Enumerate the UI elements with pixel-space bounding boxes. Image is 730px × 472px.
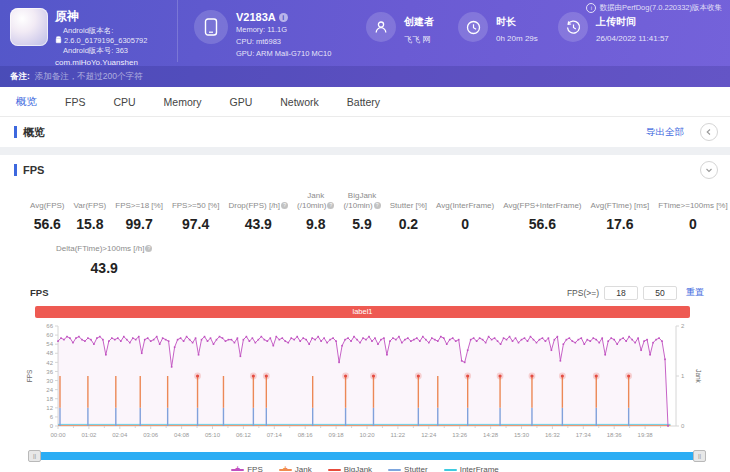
svg-text:18:36: 18:36: [607, 432, 623, 438]
app-package-name: com.miHoYo.Yuanshen: [55, 59, 147, 67]
legend-item-jank[interactable]: +Jank: [279, 465, 312, 472]
metric-value: 15.8: [76, 216, 103, 232]
svg-text:11:22: 11:22: [391, 432, 406, 438]
fps-metrics-row: Avg(FPS)56.6Var(FPS)15.8FPS>=18 [%]99.7F…: [0, 185, 730, 232]
section-accent-bar: [14, 164, 17, 176]
export-all-link[interactable]: 导出全部: [646, 126, 684, 139]
svg-text:48: 48: [46, 350, 53, 356]
note-input-bar[interactable]: 备注: 添加备注，不超过200个字符: [0, 66, 730, 87]
metric-value: 17.6: [606, 216, 633, 232]
metric-label: BigJank (/10min)?: [343, 191, 380, 210]
section-divider: [0, 147, 730, 155]
tab-network[interactable]: Network: [266, 87, 333, 116]
metric-info-icon[interactable]: ?: [374, 202, 381, 209]
legend-item-fps[interactable]: +FPS: [231, 465, 263, 472]
device-info-block: V2183A i Memory: 11.1G CPU: mt6983 GPU: …: [194, 0, 366, 59]
metric-value: 9.8: [306, 216, 325, 232]
duration-value: 0h 20m 29s: [496, 34, 538, 43]
metric-label: Delta(FTime)>100ms [/h]?: [56, 244, 152, 254]
report-header: i 数据由PerfDog(7.0.220332)版本收集 原神 Android版…: [0, 0, 730, 87]
metric: Avg(FPS+InterFrame)56.6: [503, 201, 581, 233]
chart-legend: +FPS+JankBigJankStutterInterFrame: [0, 463, 730, 472]
android-robot-icon: [55, 36, 62, 47]
upload-time-value: 26/04/2022 11:41:57: [596, 34, 669, 43]
scrollbar-track[interactable]: [32, 452, 702, 460]
creator-label: 创建者: [404, 15, 434, 29]
fps-section-title: FPS: [23, 164, 44, 176]
duration-label: 时长: [496, 15, 538, 29]
section-accent-bar: [14, 126, 17, 138]
overview-section-header: 概览 导出全部: [0, 117, 730, 147]
metric-label: FTime>=100ms [%]: [658, 201, 728, 211]
legend-label: Stutter: [404, 465, 428, 472]
scrollbar-right-handle[interactable]: ||: [693, 450, 706, 462]
svg-text:42: 42: [46, 359, 53, 365]
metric-info-icon[interactable]: ?: [281, 202, 288, 209]
metric: Avg(FPS)56.6: [30, 201, 65, 233]
metric-label: Avg(FPS): [30, 201, 65, 211]
legend-marker: [444, 465, 457, 472]
history-clock-icon: [558, 12, 588, 42]
metric: Avg(FTime) [ms]17.6: [591, 201, 650, 233]
scrollbar-left-handle[interactable]: ||: [28, 450, 41, 462]
tab-overview[interactable]: 概览: [2, 87, 51, 116]
collapse-left-button[interactable]: [700, 123, 718, 141]
fps-chart-header: FPS FPS(>=) 重置: [0, 276, 730, 300]
svg-text:16:32: 16:32: [545, 432, 561, 438]
tab-fps[interactable]: FPS: [51, 87, 99, 116]
legend-label: BigJank: [344, 465, 372, 472]
tab-gpu[interactable]: GPU: [216, 87, 267, 116]
metric-label: Avg(FPS+InterFrame): [503, 201, 581, 211]
duration-block: 时长 0h 20m 29s: [458, 0, 558, 43]
metric: Jank (/10min)?9.8: [297, 191, 334, 232]
svg-text:19:38: 19:38: [638, 432, 654, 438]
metric-label: Stutter [%]: [390, 201, 427, 211]
metric-label: Jank (/10min)?: [297, 191, 334, 210]
overview-section-title: 概览: [23, 125, 45, 140]
metric-info-icon[interactable]: ?: [327, 202, 334, 209]
legend-label: Jank: [295, 465, 312, 472]
reset-link[interactable]: 重置: [686, 286, 704, 299]
svg-text:30: 30: [46, 377, 53, 383]
legend-item-interframe[interactable]: InterFrame: [444, 465, 499, 472]
tab-battery[interactable]: Battery: [333, 87, 394, 116]
legend-marker: +: [279, 465, 292, 472]
app-version-name-label: Android版本名:: [55, 26, 147, 36]
svg-text:10:20: 10:20: [359, 432, 375, 438]
fps-threshold-low-input[interactable]: [604, 286, 638, 300]
device-info-icon[interactable]: i: [279, 13, 288, 22]
app-info-block: 原神 Android版本名: 2.6.0_6179196_6305792 And…: [0, 0, 178, 62]
info-icon: i: [586, 3, 596, 13]
svg-text:17:34: 17:34: [576, 432, 592, 438]
metric-value: 0.2: [399, 216, 418, 232]
svg-text:Jank: Jank: [695, 369, 702, 383]
clock-icon: [458, 12, 488, 42]
metric-value: 5.9: [352, 216, 371, 232]
svg-text:66: 66: [46, 323, 53, 329]
metric: Drop(FPS) [/h]?43.9: [228, 201, 288, 233]
metric-value: 97.4: [182, 216, 209, 232]
metric-label: FPS>=18 [%]: [115, 201, 163, 211]
section-tab-bar: 概览FPSCPUMemoryGPUNetworkBattery: [0, 87, 730, 117]
svg-text:24: 24: [46, 386, 53, 392]
metric-info-icon[interactable]: ?: [145, 245, 152, 252]
metric: BigJank (/10min)?5.9: [343, 191, 380, 232]
svg-text:07:14: 07:14: [267, 432, 283, 438]
device-cpu: CPU: mt6983: [236, 37, 331, 47]
legend-item-stutter[interactable]: Stutter: [388, 465, 428, 472]
metric-value: 43.9: [245, 216, 272, 232]
metric-label: FPS>=50 [%]: [172, 201, 220, 211]
legend-item-bigjank[interactable]: BigJank: [328, 465, 372, 472]
tab-memory[interactable]: Memory: [150, 87, 216, 116]
svg-text:60: 60: [46, 332, 53, 338]
metric: Var(FPS)15.8: [74, 201, 107, 233]
device-model: V2183A: [236, 11, 276, 23]
fps-threshold-high-input[interactable]: [643, 286, 677, 300]
device-gpu: GPU: ARM Mali-G710 MC10: [236, 49, 331, 59]
metric: FTime>=100ms [%]0: [658, 201, 728, 233]
collapse-down-button[interactable]: [700, 161, 718, 179]
tab-cpu[interactable]: CPU: [99, 87, 149, 116]
svg-text:04:08: 04:08: [174, 432, 190, 438]
svg-text:FPS: FPS: [26, 369, 33, 382]
fps-line-chart[interactable]: 0612182430364248546066012FPSJank00:0001:…: [24, 320, 706, 450]
